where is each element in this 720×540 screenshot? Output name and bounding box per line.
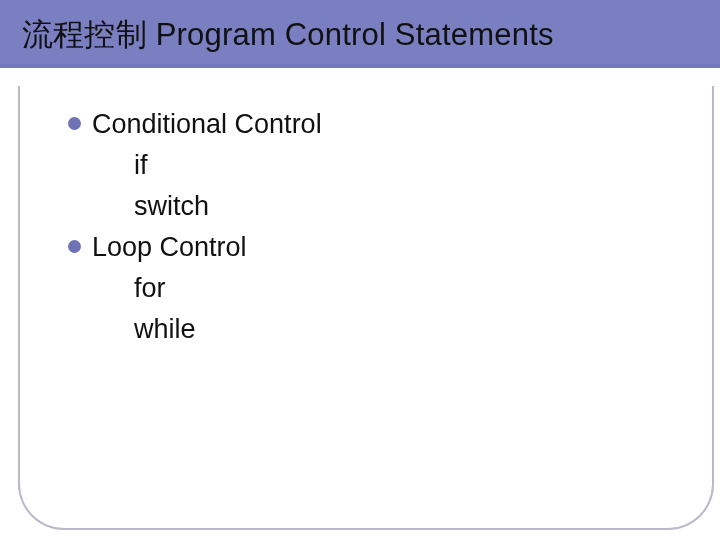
title-english: Program Control Statements (156, 17, 554, 52)
content-area: Conditional Control if switch Loop Contr… (68, 104, 322, 350)
sub-item-if: if (68, 145, 322, 186)
title-underline (0, 64, 720, 68)
slide-header: 流程控制 Program Control Statements (0, 0, 720, 72)
sub-item-for: for (68, 268, 322, 309)
title-chinese: 流程控制 (22, 17, 147, 52)
bullet-label: Conditional Control (92, 109, 322, 139)
bullet-label: Loop Control (92, 232, 247, 262)
slide-title: 流程控制 Program Control Statements (22, 14, 554, 56)
sub-item-while: while (68, 309, 322, 350)
bullet-loop-control: Loop Control (68, 227, 322, 268)
sub-item-switch: switch (68, 186, 322, 227)
bullet-conditional-control: Conditional Control (68, 104, 322, 145)
